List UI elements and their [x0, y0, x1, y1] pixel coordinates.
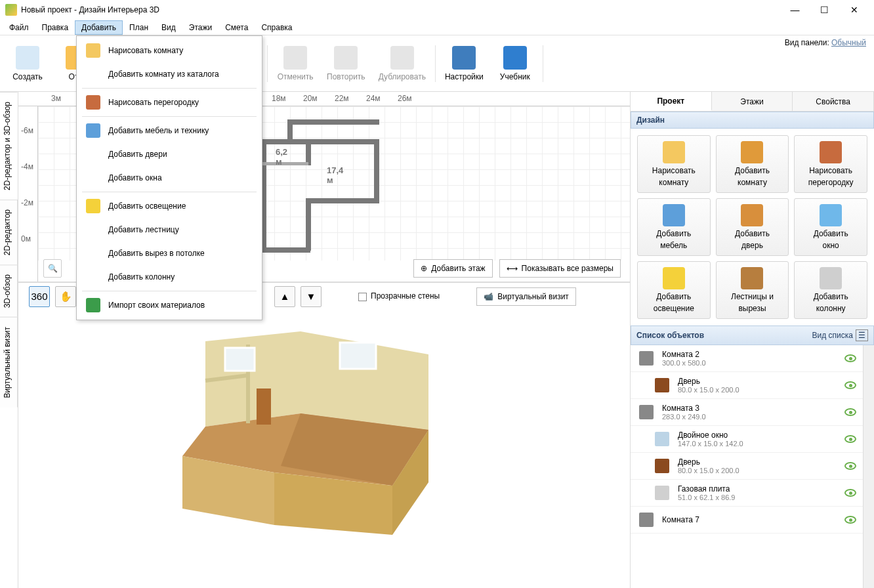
camera-icon: 📹 [484, 292, 493, 301]
design-stairs-icon[interactable]: Лестницы ивырезы [716, 261, 789, 319]
svg-rect-9 [257, 388, 271, 425]
menu-item[interactable]: Добавить освещение [77, 194, 262, 218]
menu-item[interactable]: Добавить колонну [77, 265, 262, 289]
visibility-toggle[interactable] [844, 489, 856, 497]
design-window-icon[interactable]: Добавитьокно [794, 198, 867, 256]
menubar: ФайлПравкаДобавитьПланВидЭтажиСметаСправ… [0, 20, 874, 35]
virtual-visit-button[interactable]: 📹Виртуальный визит [476, 287, 576, 306]
tool-view-up[interactable]: ▲ [274, 286, 295, 307]
menu-item[interactable]: Импорт своих материалов [77, 293, 262, 317]
side-tab-2[interactable]: 3D-обзор [0, 264, 18, 317]
minimize-button[interactable]: — [780, 0, 810, 20]
visibility-toggle[interactable] [844, 381, 856, 389]
menu-item[interactable]: Нарисовать комнату [77, 39, 262, 62]
right-tab-Проект[interactable]: Проект [631, 92, 712, 111]
light-icon [663, 267, 685, 289]
room-label-2: 17,4 м [327, 165, 343, 185]
menu-файл[interactable]: Файл [3, 20, 35, 35]
help-icon [503, 46, 527, 70]
menu-item[interactable]: Добавить лестницу [77, 218, 262, 242]
design-add-room-icon[interactable]: Добавитькомнату [716, 135, 789, 193]
svg-rect-11 [340, 343, 376, 369]
3d-view[interactable]: 360 ✋ 🔍- 🔍+ ↶ ↷ ⟲ ⟳ ▲ ▼ Прозрачные стены… [18, 282, 630, 588]
blank-icon [86, 147, 100, 161]
menu-справка[interactable]: Справка [255, 20, 299, 35]
object-row[interactable]: Комната 3283.0 x 249.0 [631, 399, 863, 426]
object-row[interactable]: Комната 2300.0 x 580.0 [631, 345, 863, 372]
menu-item[interactable]: Добавить окна [77, 166, 262, 190]
object-row[interactable]: Дверь80.0 x 15.0 x 200.0 [631, 372, 863, 399]
menu-правка[interactable]: Правка [35, 20, 75, 35]
visibility-toggle[interactable] [844, 462, 856, 470]
tool-pan[interactable]: ✋ [55, 286, 76, 307]
objects-list[interactable]: Комната 2300.0 x 580.0Дверь80.0 x 15.0 x… [631, 345, 863, 588]
show-dimensions-button[interactable]: ⟷Показывать все размеры [499, 259, 621, 278]
menu-смета[interactable]: Смета [218, 20, 255, 35]
maximize-button[interactable]: ☐ [810, 0, 839, 20]
add-floor-icon: ⊕ [421, 264, 427, 273]
panel-mode-link[interactable]: Обычный [831, 38, 866, 47]
list-view-icon[interactable]: ☰ [856, 329, 868, 341]
transparent-walls-checkbox[interactable]: Прозрачные стены [358, 291, 440, 301]
titlebar: Новый проект - Дизайн Интерьера 3D — ☐ ✕ [0, 0, 874, 20]
design-door-icon[interactable]: Добавитьдверь [716, 198, 789, 256]
visibility-toggle[interactable] [844, 435, 856, 443]
toolbar-gear-icon[interactable]: Настройки [441, 43, 488, 84]
side-tab-0[interactable]: 2D-редактор и 3D-обзор [0, 92, 18, 200]
stairs-icon [741, 267, 763, 289]
door-obj-icon [653, 376, 671, 394]
chair-icon [663, 204, 685, 226]
import-icon [86, 298, 100, 312]
add-floor-button[interactable]: ⊕Добавить этаж [413, 259, 492, 278]
design-buttons-grid: НарисоватькомнатуДобавитькомнатуНарисова… [631, 129, 874, 326]
toolbar-new-file-icon[interactable]: Создать [5, 43, 50, 84]
blank-icon [86, 246, 100, 261]
design-section-header: Дизайн [631, 112, 874, 129]
right-tab-Свойства[interactable]: Свойства [793, 92, 874, 111]
object-row[interactable]: Двойное окно147.0 x 15.0 x 142.0 [631, 426, 863, 453]
design-draw-room-icon[interactable]: Нарисоватькомнату [637, 135, 711, 193]
menu-item[interactable]: Добавить двери [77, 142, 262, 166]
design-chair-icon[interactable]: Добавитьмебель [637, 198, 711, 256]
view-list-link[interactable]: Вид списка [812, 331, 853, 340]
zoom-tool[interactable]: 🔍 [43, 259, 62, 278]
objects-header: Список объектов Вид списка☰ [631, 326, 874, 345]
new-file-icon [16, 46, 39, 70]
visibility-toggle[interactable] [844, 516, 856, 524]
right-tab-Этажи[interactable]: Этажи [712, 92, 793, 111]
menu-item[interactable]: Добавить мебель и технику [77, 119, 262, 142]
menu-план[interactable]: План [123, 20, 155, 35]
tool-360[interactable]: 360 [29, 286, 50, 307]
right-tabs: ПроектЭтажиСвойства [631, 92, 874, 112]
draw-room-icon [86, 43, 100, 58]
brick-icon [820, 141, 842, 163]
toolbar-help-icon[interactable]: Учебник [493, 43, 537, 84]
right-panel: ПроектЭтажиСвойства Дизайн Нарисоватьком… [630, 92, 874, 588]
menu-item[interactable]: Добавить вырез в потолке [77, 242, 262, 265]
3d-model[interactable] [169, 315, 445, 538]
room-icon [637, 511, 656, 529]
door-icon [741, 204, 763, 226]
window-icon [820, 204, 842, 226]
object-row[interactable]: Газовая плита51.0 x 62.1 x 86.9 [631, 480, 863, 507]
visibility-toggle[interactable] [844, 354, 856, 362]
object-row[interactable]: Дверь80.0 x 15.0 x 200.0 [631, 453, 863, 480]
tool-view-down[interactable]: ▼ [301, 286, 322, 307]
scrollbar[interactable] [863, 345, 874, 588]
side-tab-3[interactable]: Виртуальный визит [0, 317, 18, 408]
design-column-icon[interactable]: Добавитьколонну [794, 261, 867, 319]
toolbar-redo-icon: Повторить [323, 43, 369, 84]
design-brick-icon[interactable]: Нарисоватьперегородку [794, 135, 867, 193]
menu-item[interactable]: Нарисовать перегородку [77, 91, 262, 114]
menu-вид[interactable]: Вид [155, 20, 182, 35]
menu-этажи[interactable]: Этажи [182, 20, 218, 35]
app-icon [5, 4, 17, 16]
design-light-icon[interactable]: Добавитьосвещение [637, 261, 711, 319]
visibility-toggle[interactable] [844, 408, 856, 416]
menu-item[interactable]: Добавить комнату из каталога [77, 62, 262, 86]
side-tab-1[interactable]: 2D-редактор [0, 200, 18, 264]
panel-mode: Вид панели: Обычный [785, 38, 866, 47]
close-button[interactable]: ✕ [839, 0, 869, 20]
menu-добавить[interactable]: Добавить [75, 20, 123, 35]
object-row[interactable]: Комната 7 [631, 507, 863, 534]
